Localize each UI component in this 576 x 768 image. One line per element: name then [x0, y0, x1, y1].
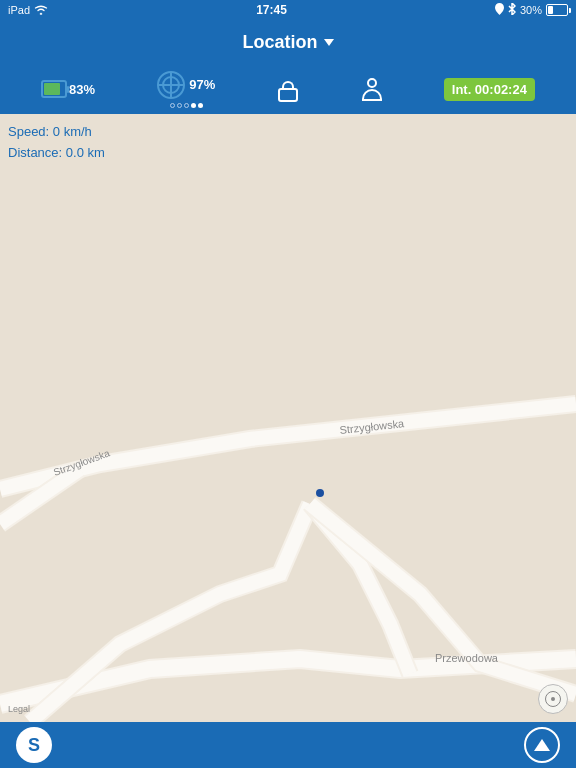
svg-text:Przewodowa: Przewodowa — [435, 652, 499, 664]
battery-body — [41, 80, 67, 98]
lock-icon — [277, 76, 299, 102]
location-icon — [495, 3, 504, 17]
gps-cross-v — [170, 73, 172, 97]
bottom-bar: S — [0, 722, 576, 768]
dot-2 — [177, 103, 182, 108]
status-bar: iPad 17:45 30% — [0, 0, 576, 20]
person-icon — [362, 78, 382, 101]
status-time: 17:45 — [256, 3, 287, 17]
signal-dots — [170, 103, 203, 108]
wifi-icon — [34, 4, 48, 17]
speed-label: Speed: 0 km/h — [8, 122, 105, 143]
lock-body — [278, 88, 298, 102]
map-info: Speed: 0 km/h Distance: 0.0 km — [8, 122, 105, 164]
map-container[interactable]: Strzygłowska Strzygłowska Przewodowa Prz… — [0, 114, 576, 722]
header-title-text: Location — [243, 32, 318, 53]
toolbar-battery[interactable]: 83% — [41, 80, 95, 98]
arrow-up-icon — [534, 739, 550, 751]
header-title[interactable]: Location — [243, 32, 334, 53]
toolbar-interval[interactable]: Int. 00:02:24 — [444, 78, 535, 101]
app-logo-icon: S — [28, 735, 40, 756]
chevron-down-icon — [324, 39, 334, 46]
toolbar-lock[interactable] — [277, 76, 299, 102]
bluetooth-icon — [508, 3, 516, 17]
header-bar: Location — [0, 20, 576, 64]
person-body — [362, 89, 382, 101]
gps-circle-icon — [157, 71, 185, 99]
battery-fill — [44, 83, 60, 95]
gps-icon-wrap: 97% — [157, 71, 215, 99]
distance-label: Distance: 0.0 km — [8, 143, 105, 164]
dot-1 — [170, 103, 175, 108]
gps-label: 97% — [189, 77, 215, 92]
person-head — [367, 78, 377, 88]
carrier-label: iPad — [8, 4, 30, 16]
compass-inner — [545, 691, 561, 707]
dot-3 — [184, 103, 189, 108]
battery-toolbar-label: 83% — [69, 82, 95, 97]
dot-5 — [198, 103, 203, 108]
battery-toolbar-wrap: 83% — [41, 80, 95, 98]
battery-percent: 30% — [520, 4, 542, 16]
status-left: iPad — [8, 4, 48, 17]
upload-button[interactable] — [524, 727, 560, 763]
status-right: 30% — [495, 3, 568, 17]
interval-badge: Int. 00:02:24 — [444, 78, 535, 101]
battery-icon — [546, 4, 568, 16]
map-svg: Strzygłowska Strzygłowska Przewodowa Prz… — [0, 114, 576, 722]
dot-4 — [191, 103, 196, 108]
toolbar-gps[interactable]: 97% — [157, 71, 215, 108]
map-legal: Legal — [8, 704, 30, 714]
app-logo-button[interactable]: S — [16, 727, 52, 763]
location-dot — [316, 489, 324, 497]
toolbar: 83% 97% In — [0, 64, 576, 114]
toolbar-person[interactable] — [362, 78, 382, 101]
compass-button[interactable] — [538, 684, 568, 714]
compass-dot — [551, 697, 555, 701]
